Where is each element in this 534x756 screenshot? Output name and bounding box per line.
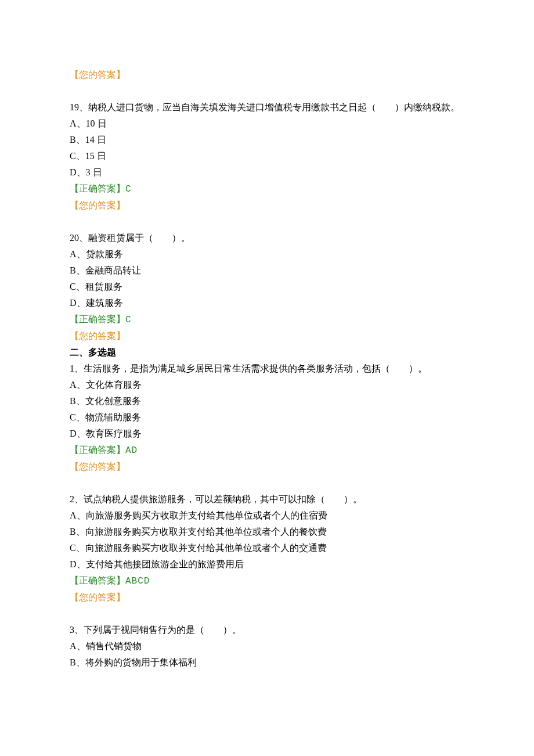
correct-answer-label: 【正确答案】 [70, 445, 125, 455]
spacer [70, 475, 464, 491]
correct-answer-value: C [125, 315, 132, 325]
correct-answer-value: ABCD [125, 576, 150, 586]
question-text: 1、生活服务，是指为满足城乡居民日常生活需求提供的各类服务活动，包括（ ）。 [70, 361, 464, 377]
your-answer-label: 【您的答案】 [70, 328, 464, 344]
question-text: 19、纳税人进口货物，应当自海关填发海关进口增值税专用缴款书之日起（ ）内缴纳税… [70, 99, 464, 116]
spacer [70, 83, 464, 99]
correct-answer-label: 【正确答案】 [70, 314, 125, 324]
question-option: D、教育医疗服务 [70, 426, 464, 442]
spacer [70, 214, 464, 230]
question-text: 2、试点纳税人提供旅游服务，可以差额纳税，其中可以扣除（ ）。 [70, 491, 464, 507]
question-option: A、销售代销货物 [70, 638, 464, 654]
correct-answer-value: C [125, 184, 132, 195]
correct-answer-line: 【正确答案】C [70, 311, 464, 328]
correct-answer-line: 【正确答案】ABCD [70, 573, 464, 589]
question-option: A、向旅游服务购买方收取并支付给其他单位或者个人的住宿费 [70, 507, 464, 524]
question-option: B、14 日 [70, 132, 464, 148]
question-option: B、文化创意服务 [70, 393, 464, 409]
correct-answer-line: 【正确答案】C [70, 181, 464, 197]
your-answer-label: 【您的答案】 [70, 589, 464, 606]
correct-answer-label: 【正确答案】 [70, 575, 125, 585]
question-option: A、文化体育服务 [70, 377, 464, 393]
question-option: D、3 日 [70, 164, 464, 181]
your-answer-label: 【您的答案】 [70, 67, 464, 83]
correct-answer-label: 【正确答案】 [70, 183, 125, 193]
question-text: 3、下列属于视同销售行为的是（ ）。 [70, 622, 464, 638]
question-option: D、建筑服务 [70, 295, 464, 311]
question-option: C、15 日 [70, 148, 464, 164]
your-answer-label: 【您的答案】 [70, 197, 464, 214]
page-content: 【您的答案】19、纳税人进口货物，应当自海关填发海关进口增值税专用缴款书之日起（… [0, 0, 534, 756]
spacer [70, 606, 464, 622]
question-option: A、10 日 [70, 116, 464, 132]
section-heading: 二、多选题 [70, 344, 464, 361]
question-option: A、贷款服务 [70, 246, 464, 262]
question-option: B、向旅游服务购买方收取并支付给其他单位或者个人的餐饮费 [70, 524, 464, 540]
your-answer-label: 【您的答案】 [70, 459, 464, 475]
question-option: B、金融商品转让 [70, 262, 464, 279]
question-option: C、物流辅助服务 [70, 409, 464, 426]
correct-answer-value: AD [125, 445, 138, 456]
question-option: B、将外购的货物用于集体福利 [70, 654, 464, 671]
question-option: C、租赁服务 [70, 279, 464, 295]
question-text: 20、融资租赁属于（ ）。 [70, 230, 464, 246]
correct-answer-line: 【正确答案】AD [70, 442, 464, 459]
question-option: C、向旅游服务购买方收取并支付给其他单位或者个人的交通费 [70, 540, 464, 556]
question-option: D、支付给其他接团旅游企业的旅游费用后 [70, 556, 464, 573]
